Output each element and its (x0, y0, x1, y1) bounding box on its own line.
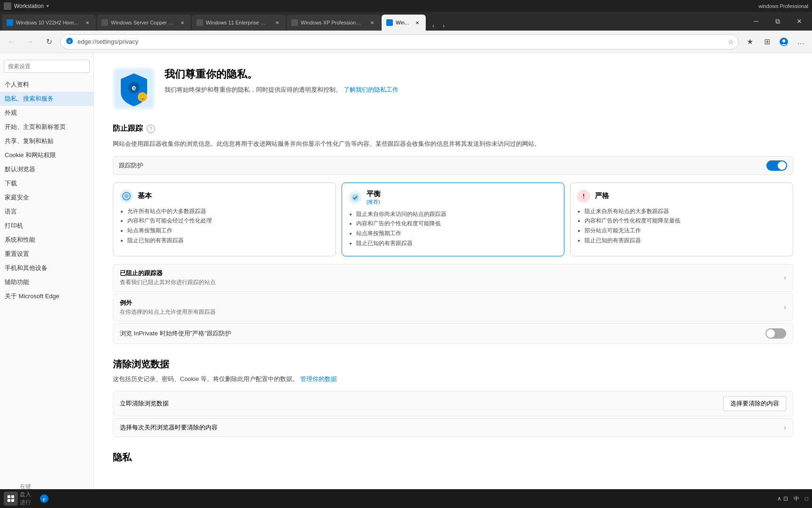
clear-section-desc: 这包括历史记录、密码、Cookie 等。将仅删除此用户配置中的数据。 管理你的数… (113, 374, 793, 384)
start-button[interactable] (4, 492, 18, 506)
tab-close-4[interactable]: ✕ (368, 19, 376, 26)
sidebar-item-print[interactable]: 打印机 (0, 219, 94, 233)
address-input[interactable] (60, 34, 739, 49)
dropdown-icon[interactable]: ▾ (47, 3, 49, 8)
tracking-card-balanced[interactable]: 平衡 (推荐) 阻止来自你尚未访问的站点的跟踪器 内容和广告的个性化程度可能降低… (342, 183, 565, 256)
minimize-button[interactable]: ─ (745, 12, 767, 31)
clear-now-row: 立即清除浏览数据 选择要清除的内容 (113, 391, 793, 416)
strict-card-bullets: 阻止来自所有站点的大多数跟踪器 内容和广告的个性化程度可能降至最低 部分站点可能… (577, 207, 786, 245)
taskbar-search[interactable]: 在键盘入进行搜索 (20, 491, 35, 506)
svg-point-10 (124, 194, 129, 198)
sidebar-item-appearance[interactable]: 外观 (0, 106, 94, 120)
address-bar: ← → ↻ e ☆ ★ ⊞ … (0, 31, 812, 53)
collections-icon[interactable]: ⊞ (759, 34, 774, 49)
card-icon-basic (120, 190, 133, 203)
address-star-icon[interactable]: ☆ (728, 38, 734, 46)
reload-button[interactable]: ↻ (41, 34, 56, 49)
svg-rect-14 (8, 495, 10, 498)
address-bar-container: e ☆ (60, 34, 739, 49)
sidebar-search-container[interactable] (4, 60, 90, 73)
svg-point-3 (782, 40, 785, 42)
inprivate-toggle-thumb (766, 329, 775, 338)
balanced-bullet-3: 站点将按预期工作 (356, 230, 558, 238)
sidebar-item-language[interactable]: 语言 (0, 205, 94, 219)
tab-winxp[interactable]: Windows XP Professional x64 ... ✕ (287, 15, 381, 31)
tab-active[interactable]: Win... ✕ (382, 15, 426, 31)
clear-on-close-row[interactable]: 选择每次关闭浏览器时要清除的内容 › (113, 418, 793, 437)
tracking-section-header: 防止跟踪 ? (113, 124, 793, 134)
tracking-card-strict[interactable]: 严格 阻止来自所有站点的大多数跟踪器 内容和广告的个性化程度可能降至最低 部分站… (570, 183, 793, 256)
balanced-card-title: 平衡 (367, 190, 381, 198)
tab-nav-right[interactable]: › (439, 21, 448, 31)
profile-icon[interactable] (776, 34, 791, 49)
basic-bullet-3: 站点将按预期工作 (127, 227, 329, 235)
tab-favicon-2 (102, 19, 108, 26)
tab-win11[interactable]: Windows 11 Enterprise VI. Ins... ✕ (192, 15, 286, 31)
balanced-bullet-2: 内容和广告的个性化程度可能降低 (356, 220, 558, 228)
back-button[interactable]: ← (4, 34, 19, 49)
svg-text:e: e (132, 84, 136, 92)
inprivate-label: 浏览 InPrivate 时始终使用"严格"跟踪防护 (120, 329, 231, 338)
tab-close-1[interactable]: ✕ (84, 19, 91, 26)
taskbar-edge-icon[interactable]: e (37, 491, 52, 506)
privacy-title-section: 我们尊重你的隐私。 我们将始终保护和尊重你的隐私，同时提供应得的透明度和控制。 … (164, 67, 398, 95)
tab-nav-left[interactable]: ‹ (429, 21, 438, 31)
tracking-desc: 网站会使用跟踪器收集你的浏览信息。此信息将用于改进网站服务并向你显示个性化广告等… (113, 139, 793, 149)
tab-close-3[interactable]: ✕ (273, 19, 281, 26)
strict-bullet-3: 部分站点可能无法工作 (585, 227, 786, 235)
sidebar-item-accessibility[interactable]: 辅助功能 (0, 275, 94, 289)
sidebar-item-cookies[interactable]: Cookie 和网站权限 (0, 148, 94, 162)
tab-favicon-5 (386, 19, 393, 26)
basic-bullet-2: 内容和广告可能会经过个性化处理 (127, 217, 329, 225)
clear-now-button[interactable]: 选择要清除的内容 (723, 396, 786, 411)
svg-rect-16 (8, 499, 10, 502)
svg-text:e: e (43, 495, 46, 502)
sidebar-item-family[interactable]: 家庭安全 (0, 190, 94, 205)
blocked-trackers-row[interactable]: 已阻止的跟踪器 查看我们已阻止其对你进行跟踪的站点 › (113, 264, 793, 292)
balanced-bullet-1: 阻止来自你尚未访问的站点的跟踪器 (356, 210, 558, 218)
exceptions-row[interactable]: 例外 在你选择的站点上允许使用所有跟踪器 › (113, 294, 793, 321)
sidebar-item-download[interactable]: 下载 (0, 176, 94, 190)
sidebar-item-about[interactable]: 关于 Microsoft Edge (0, 289, 94, 303)
sidebar-item-share[interactable]: 共享、复制和粘贴 (0, 134, 94, 148)
taskbar: 在键盘入进行搜索 e ∧ ⊡ 中 □ (0, 489, 812, 508)
sidebar-item-startup[interactable]: 开始、主页和新标签页 (0, 120, 94, 134)
sidebar-item-personal[interactable]: 个人资料 (0, 78, 94, 92)
card-icon-balanced (349, 191, 362, 204)
forward-button[interactable]: → (23, 34, 38, 49)
sidebar-item-system[interactable]: 系统和性能 (0, 233, 94, 247)
basic-card-title: 基本 (138, 191, 152, 200)
clear-on-close-label: 选择每次关闭浏览器时要清除的内容 (120, 423, 218, 432)
card-icon-strict (577, 190, 590, 203)
tab-close-5[interactable]: ✕ (414, 19, 421, 26)
sidebar-item-reset[interactable]: 重置设置 (0, 247, 94, 261)
svg-point-13 (583, 198, 584, 198)
tab-label-2: Windows Server Copper Insi... (111, 20, 174, 25)
clear-section-title: 清除浏览数据 (113, 358, 793, 371)
manage-data-link[interactable]: 管理你的数据 (300, 375, 337, 382)
sidebar-item-phone[interactable]: 手机和其他设备 (0, 261, 94, 275)
clear-section: 清除浏览数据 这包括历史记录、密码、Cookie 等。将仅删除此用户配置中的数据… (113, 358, 793, 437)
sidebar-item-privacy[interactable]: 隐私、搜索和服务 (0, 92, 94, 106)
restore-button[interactable]: ⧉ (767, 12, 789, 31)
help-icon[interactable]: ? (147, 125, 155, 133)
favorites-icon[interactable]: ★ (742, 34, 757, 49)
edge-privacy-icon: e 🔒 (113, 67, 155, 110)
tracking-card-basic[interactable]: 基本 允许所有站点中的大多数跟踪器 内容和广告可能会经过个性化处理 站点将按预期… (113, 183, 336, 256)
taskbar-notification: □ (805, 495, 808, 502)
inprivate-row: 浏览 InPrivate 时始终使用"严格"跟踪防护 (113, 323, 793, 344)
sidebar-search-input[interactable] (8, 63, 86, 70)
card-header-basic: 基本 (120, 190, 329, 203)
hero-link[interactable]: 了解我们的隐私工作 (344, 86, 398, 93)
tab-close-2[interactable]: ✕ (179, 19, 186, 26)
inprivate-toggle[interactable] (765, 328, 786, 339)
close-button[interactable]: ✕ (789, 12, 810, 31)
hero-title: 我们尊重你的隐私。 (164, 67, 398, 81)
settings-more-icon[interactable]: … (793, 34, 808, 49)
clear-on-close-chevron: › (784, 424, 786, 431)
sidebar-item-default[interactable]: 默认浏览器 (0, 162, 94, 176)
tab-server[interactable]: Windows Server Copper Insi... ✕ (97, 15, 191, 31)
tab-label-3: Windows 11 Enterprise VI. Ins... (206, 20, 269, 25)
tab-windows10[interactable]: Windows 10 V22H2 Home Chi... ✕ (2, 15, 96, 31)
tracking-toggle[interactable] (766, 160, 787, 171)
